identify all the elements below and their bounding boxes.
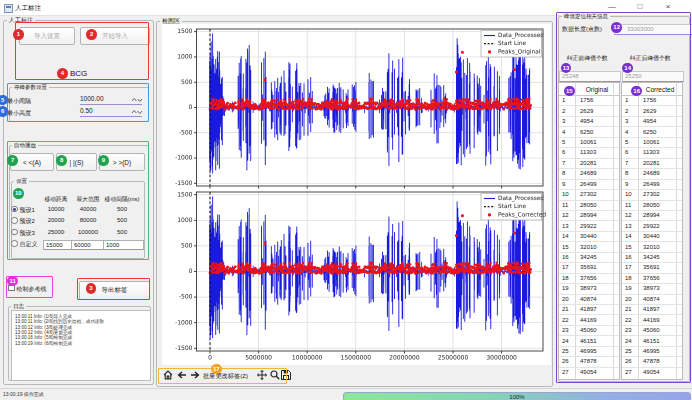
preset-radio[interactable] <box>11 217 18 224</box>
peak-value: 44169 <box>643 317 660 323</box>
peak-value: 27302 <box>643 191 660 197</box>
row-index: 2 <box>562 108 565 114</box>
batch-edit-labels-button[interactable]: 批量更改标签(Z) <box>203 372 248 381</box>
min-height-spin-arrows-icon[interactable] <box>131 109 143 115</box>
row-index: 19 <box>562 285 569 291</box>
custom-value-input[interactable]: 1000 <box>103 240 144 251</box>
row-index: 25 <box>562 348 569 354</box>
peak-value: 1756 <box>643 97 656 103</box>
peak-value: 20281 <box>643 160 660 166</box>
before-count-label: 纠正前峰值个数 <box>567 54 608 63</box>
forward-icon[interactable] <box>190 371 200 379</box>
row-index: 16 <box>625 254 632 260</box>
row-index: 25 <box>625 348 632 354</box>
close-button[interactable]: × <box>656 0 680 14</box>
custom-value-input[interactable]: 15000 <box>43 240 73 251</box>
peak-value: 30440 <box>580 233 597 239</box>
settings-col-header: 移动间隔(ms) <box>97 195 147 204</box>
peak-value: 30440 <box>643 233 660 239</box>
peak-value: 35691 <box>643 264 660 270</box>
preset-radio[interactable] <box>11 229 18 236</box>
zoom-icon[interactable] <box>270 370 280 380</box>
row-index: 6 <box>562 149 565 155</box>
peak-params-title: 寻峰参数设置 <box>12 84 49 91</box>
custom-value-input[interactable]: 60000 <box>71 240 104 251</box>
back-icon[interactable] <box>177 371 187 379</box>
peak-value: 4954 <box>643 118 656 124</box>
row-index: 11 <box>562 202 568 208</box>
annotation-circle-8: 8 <box>56 155 67 166</box>
peak-value: 47878 <box>643 358 660 364</box>
peak-value: 4954 <box>580 118 593 124</box>
row-index: 13 <box>562 223 569 229</box>
row-index: 5 <box>562 139 565 145</box>
peak-value: 41897 <box>580 306 597 312</box>
row-index: 17 <box>625 264 632 270</box>
peak-value: 28994 <box>643 212 660 218</box>
peak-value: 29922 <box>643 223 660 229</box>
import-settings-button[interactable]: 导入设置 <box>19 27 75 45</box>
row-index: 22 <box>625 317 632 323</box>
maximize-button[interactable]: □ <box>628 0 652 14</box>
left-panel-title: 人工标注 <box>7 17 35 24</box>
peak-value: 49054 <box>580 369 597 375</box>
signal-plots-canvas[interactable] <box>162 24 551 365</box>
peak-value: 44169 <box>580 317 597 323</box>
draw-reference-label[interactable]: 绘制参考线 <box>17 285 47 294</box>
preset-radio[interactable] <box>11 240 18 247</box>
row-index: 10 <box>625 191 632 197</box>
row-index: 22 <box>562 317 569 323</box>
row-index: 23 <box>625 327 632 333</box>
annotation-circle-12: 12 <box>611 22 622 33</box>
annotation-circle-15: 15 <box>564 86 575 97</box>
preset-value: 500 <box>97 229 147 235</box>
row-index: 8 <box>625 170 628 176</box>
preset-label[interactable]: 自定义 <box>20 240 38 249</box>
row-index: 12 <box>562 212 569 218</box>
row-index: 3 <box>625 118 628 124</box>
row-index: 26 <box>562 358 569 364</box>
peak-value: 2629 <box>580 108 593 114</box>
row-index: 6 <box>625 149 628 155</box>
row-index: 3 <box>562 118 565 124</box>
row-index: 9 <box>562 181 565 187</box>
peak-value: 11303 <box>643 149 659 155</box>
peak-value: 20281 <box>580 160 597 166</box>
signal-type-label: BCG <box>70 69 87 78</box>
corrected-peaks-table[interactable]: Corrected1175622629349544625051006161130… <box>621 82 683 380</box>
peak-value: 29922 <box>580 223 597 229</box>
save-icon[interactable] <box>281 370 291 380</box>
row-index: 4 <box>562 129 565 135</box>
row-index: 19 <box>625 285 632 291</box>
min-interval-spin-arrows-icon[interactable] <box>131 97 143 103</box>
row-index: 7 <box>562 160 565 166</box>
row-index: 4 <box>625 129 628 135</box>
row-index: 14 <box>562 233 569 239</box>
annotation-circle-10: 10 <box>13 188 24 199</box>
row-index: 15 <box>625 244 632 250</box>
log-output[interactable]: 13:00:11 Info: (1/6)导入完成13:00:11 Info: (… <box>11 310 151 381</box>
progress-bar: 100% <box>343 392 691 400</box>
home-icon[interactable] <box>163 370 173 380</box>
peak-value: 1756 <box>580 97 593 103</box>
row-index: 13 <box>625 223 632 229</box>
annotation-circle-1: 1 <box>13 29 24 40</box>
peak-value: 46151 <box>643 338 660 344</box>
autoplay-title: 自动播放 <box>12 142 38 149</box>
app-icon <box>4 4 13 13</box>
preset-radio[interactable] <box>11 206 18 213</box>
row-index: 12 <box>625 212 632 218</box>
row-index: 26 <box>625 358 632 364</box>
peak-value: 46151 <box>580 338 597 344</box>
row-index: 20 <box>562 296 569 302</box>
app-window: { "window": {"title": "人工标注", "minimize"… <box>0 0 692 400</box>
row-index: 21 <box>625 306 632 312</box>
annotation-circle-2: 2 <box>86 29 97 40</box>
pan-icon[interactable] <box>257 370 267 380</box>
peak-value: 46995 <box>580 348 597 354</box>
peak-value: 6250 <box>643 129 656 135</box>
peak-value: 27302 <box>580 191 597 197</box>
after-count-label: 纠正后峰值个数 <box>630 54 671 63</box>
log-title: 日志 <box>11 303 26 310</box>
original-peaks-table[interactable]: Original11756226293495446250510061611303… <box>558 82 620 380</box>
